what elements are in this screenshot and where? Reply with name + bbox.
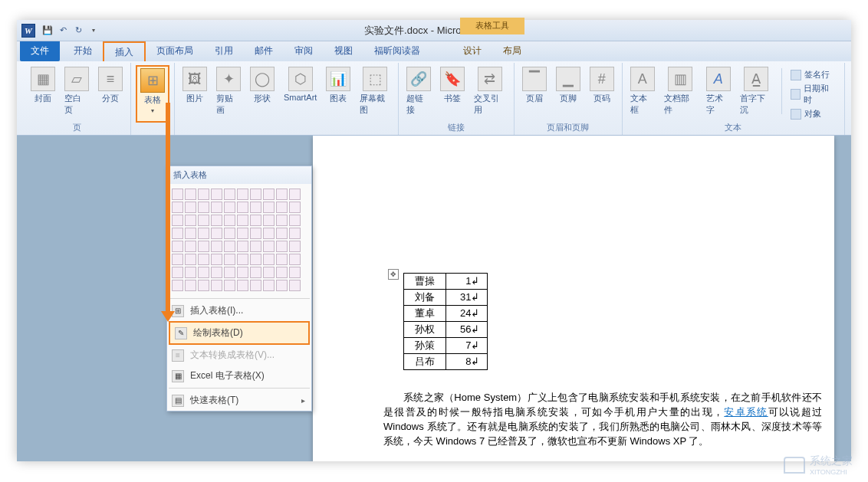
grid-cell[interactable] [276, 228, 288, 239]
grid-cell[interactable] [211, 215, 222, 226]
grid-cell[interactable] [263, 241, 275, 252]
quick-tables-menuitem[interactable]: ▤快速表格(T)▸ [167, 390, 311, 411]
grid-cell[interactable] [289, 189, 301, 200]
grid-cell[interactable] [289, 267, 301, 278]
grid-cell[interactable] [276, 280, 288, 291]
table-grid-picker[interactable] [167, 184, 311, 297]
datetime-button[interactable]: 日期和时 [787, 82, 840, 107]
grid-cell[interactable] [237, 215, 248, 226]
grid-cell[interactable] [263, 202, 275, 213]
draw-table-menuitem[interactable]: ✎绘制表格(D) [169, 321, 310, 345]
crossref-button[interactable]: ⇄交叉引用 [471, 65, 509, 120]
grid-cell[interactable] [237, 267, 248, 278]
grid-cell[interactable] [276, 254, 288, 265]
grid-cell[interactable] [198, 241, 209, 252]
grid-cell[interactable] [211, 202, 222, 213]
grid-cell[interactable] [185, 280, 196, 291]
grid-cell[interactable] [224, 215, 235, 226]
tab-foxit[interactable]: 福昕阅读器 [363, 41, 431, 61]
grid-cell[interactable] [263, 228, 275, 239]
grid-cell[interactable] [211, 228, 222, 239]
grid-cell[interactable] [263, 254, 275, 265]
grid-cell[interactable] [289, 215, 301, 226]
tab-mailings[interactable]: 邮件 [244, 41, 284, 61]
clipart-button[interactable]: ✦剪贴画 [213, 65, 244, 123]
tab-references[interactable]: 引用 [204, 41, 244, 61]
grid-cell[interactable] [250, 241, 261, 252]
tab-review[interactable]: 审阅 [284, 41, 324, 61]
grid-cell[interactable] [198, 202, 209, 213]
grid-cell[interactable] [250, 254, 261, 265]
grid-cell[interactable] [185, 267, 196, 278]
cover-page-button[interactable]: ▦封面 [28, 65, 58, 120]
pagenum-button[interactable]: #页码 [587, 65, 617, 120]
grid-cell[interactable] [224, 241, 235, 252]
bookmark-button[interactable]: 🔖书签 [437, 65, 468, 120]
grid-cell[interactable] [263, 267, 275, 278]
grid-cell[interactable] [250, 215, 261, 226]
grid-cell[interactable] [198, 228, 209, 239]
grid-cell[interactable] [198, 267, 209, 278]
save-icon[interactable]: 💾 [41, 25, 54, 37]
header-button[interactable]: ▔页眉 [519, 65, 550, 120]
grid-cell[interactable] [289, 280, 301, 291]
grid-cell[interactable] [211, 254, 222, 265]
grid-cell[interactable] [172, 189, 183, 200]
tab-insert[interactable]: 插入 [103, 41, 146, 61]
tab-page-layout[interactable]: 页面布局 [146, 41, 204, 61]
grid-cell[interactable] [224, 189, 235, 200]
grid-cell[interactable] [172, 280, 183, 291]
grid-cell[interactable] [237, 280, 248, 291]
grid-cell[interactable] [185, 202, 196, 213]
object-button[interactable]: 对象 [787, 107, 840, 120]
grid-cell[interactable] [172, 202, 183, 213]
qat-dropdown-icon[interactable]: ▾ [87, 25, 100, 37]
grid-cell[interactable] [263, 189, 275, 200]
page-break-button[interactable]: ≡分页 [95, 65, 126, 120]
grid-cell[interactable] [198, 280, 209, 291]
textbox-button[interactable]: A文本框 [627, 65, 658, 120]
grid-cell[interactable] [185, 189, 196, 200]
grid-cell[interactable] [224, 228, 235, 239]
grid-cell[interactable] [198, 254, 209, 265]
picture-button[interactable]: 🖼图片 [179, 65, 210, 123]
quickparts-button[interactable]: ▥文档部件 [661, 65, 700, 120]
grid-cell[interactable] [211, 189, 222, 200]
excel-spreadsheet-menuitem[interactable]: ▦Excel 电子表格(X) [167, 366, 311, 386]
blank-page-button[interactable]: ▱空白页 [61, 65, 92, 120]
grid-cell[interactable] [250, 228, 261, 239]
grid-cell[interactable] [198, 189, 209, 200]
wordart-button[interactable]: A艺术字 [703, 65, 734, 120]
grid-cell[interactable] [198, 215, 209, 226]
grid-cell[interactable] [224, 202, 235, 213]
table-button[interactable]: ⊞表格▾ [136, 65, 169, 123]
grid-cell[interactable] [263, 280, 275, 291]
tab-layout[interactable]: 布局 [492, 41, 532, 61]
redo-icon[interactable]: ↻ [72, 25, 84, 37]
grid-cell[interactable] [224, 267, 235, 278]
table-move-handle[interactable]: ✥ [388, 269, 399, 280]
grid-cell[interactable] [185, 241, 196, 252]
dropcap-button[interactable]: A̲首字下沉 [737, 65, 776, 120]
hyperlink-button[interactable]: 🔗超链接 [403, 65, 434, 120]
tab-home[interactable]: 开始 [63, 41, 103, 61]
grid-cell[interactable] [172, 215, 183, 226]
tab-design[interactable]: 设计 [452, 41, 492, 61]
insert-table-menuitem[interactable]: ⊞插入表格(I)... [167, 300, 311, 321]
grid-cell[interactable] [237, 202, 248, 213]
grid-cell[interactable] [237, 228, 248, 239]
chart-button[interactable]: 📊图表 [323, 65, 353, 123]
grid-cell[interactable] [211, 267, 222, 278]
grid-cell[interactable] [185, 228, 196, 239]
grid-cell[interactable] [289, 254, 301, 265]
shapes-button[interactable]: ◯形状 [247, 65, 278, 123]
tab-view[interactable]: 视图 [324, 41, 363, 61]
grid-cell[interactable] [289, 202, 301, 213]
grid-cell[interactable] [237, 189, 248, 200]
grid-cell[interactable] [289, 228, 301, 239]
footer-button[interactable]: ▁页脚 [553, 65, 584, 120]
grid-cell[interactable] [250, 267, 261, 278]
grid-cell[interactable] [276, 215, 288, 226]
document-table[interactable]: 曹操1↲ 刘备31↲ 董卓24↲ 孙权56↲ 孙策7↲ 吕布8↲ [403, 273, 488, 370]
grid-cell[interactable] [250, 189, 261, 200]
